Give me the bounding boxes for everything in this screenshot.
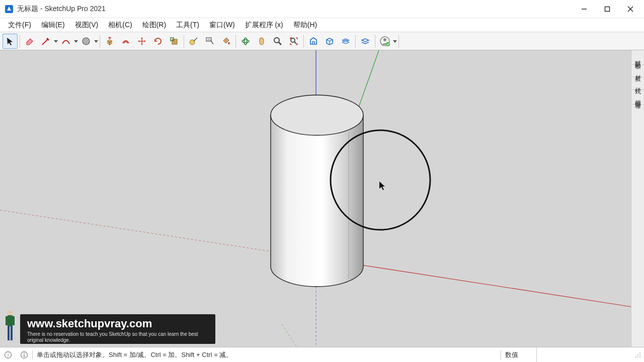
menu-camera[interactable]: 相机(C) [103, 19, 137, 32]
pan-tool[interactable] [254, 34, 269, 49]
arc-tool-dropdown-icon[interactable] [74, 36, 78, 46]
svg-point-45 [639, 352, 640, 353]
account-tool[interactable] [377, 34, 392, 49]
layers-tool[interactable] [338, 34, 353, 49]
workspace: www.sketchupvray.com There is no reserva… [0, 50, 644, 347]
svg-point-49 [637, 356, 638, 357]
warehouse-tool[interactable] [306, 34, 321, 49]
svg-line-25 [356, 50, 379, 114]
menu-help[interactable]: 帮助(H) [288, 19, 322, 32]
toolbar-separator [375, 35, 375, 48]
svg-line-19 [294, 42, 296, 44]
svg-point-5 [83, 38, 90, 45]
svg-rect-38 [6, 316, 8, 325]
tray-tab-model-manage[interactable]: 模型管理 [631, 90, 644, 105]
account-dropdown-icon[interactable] [393, 36, 397, 46]
watermark-figure-icon [3, 309, 17, 344]
scale-tool[interactable] [167, 34, 182, 49]
viewport[interactable]: www.sketchupvray.com There is no reserva… [0, 50, 631, 347]
toolbar-separator [100, 35, 100, 48]
pushpull-tool[interactable] [102, 34, 117, 49]
right-tray: 默认面板 材质 样式 模型管理 [631, 50, 644, 347]
resize-grip-icon[interactable] [634, 351, 642, 359]
svg-rect-36 [8, 326, 10, 340]
status-hint: 单击或拖动以选择对象。Shift = 加/减。Ctrl = 加。Shift + … [33, 347, 236, 362]
svg-point-18 [291, 38, 295, 42]
menu-view[interactable]: 视图(V) [70, 19, 104, 32]
window-title: 无标题 - SketchUp Pro 2021 [17, 5, 106, 14]
menu-bar: 文件(F) 编辑(E) 视图(V) 相机(C) 绘图(R) 工具(T) 窗口(W… [0, 18, 644, 32]
toolbar-separator [20, 35, 20, 48]
svg-point-13 [228, 42, 230, 44]
svg-line-26 [282, 324, 297, 347]
svg-rect-37 [11, 326, 13, 340]
svg-rect-44 [24, 354, 25, 357]
arc-tool[interactable] [58, 34, 73, 49]
menu-file[interactable]: 文件(F) [3, 19, 36, 32]
svg-point-21 [383, 38, 386, 41]
menu-edit[interactable]: 编辑(E) [36, 19, 70, 32]
title-bar: 无标题 - SketchUp Pro 2021 [0, 0, 644, 18]
toolbar-separator [355, 35, 356, 48]
close-button[interactable] [619, 0, 642, 18]
line-tool[interactable] [38, 34, 53, 49]
rotate-tool[interactable] [150, 34, 166, 49]
watermark-url: www.sketchupvray.com [27, 317, 208, 330]
share-tool[interactable] [358, 34, 373, 49]
svg-rect-35 [8, 315, 13, 326]
svg-text:?: ? [7, 352, 9, 357]
minimize-button[interactable] [573, 0, 596, 18]
extension-warehouse-tool[interactable] [322, 34, 337, 49]
scene-3d [0, 50, 631, 347]
svg-point-47 [639, 354, 640, 355]
svg-rect-8 [172, 39, 177, 44]
svg-point-43 [24, 353, 25, 354]
menu-tools[interactable]: 工具(T) [171, 19, 204, 32]
app-icon [4, 4, 14, 14]
svg-rect-39 [13, 316, 15, 325]
text-tool[interactable]: A1 [202, 34, 217, 49]
toolbar: A1 [0, 32, 644, 50]
zoom-tool[interactable] [270, 34, 285, 49]
shapes-tool[interactable] [78, 34, 94, 49]
status-info-icon[interactable] [16, 347, 32, 362]
orbit-tool[interactable] [238, 34, 253, 49]
svg-text:A1: A1 [207, 38, 211, 41]
svg-point-50 [639, 356, 640, 357]
svg-line-24 [0, 210, 271, 251]
maximize-button[interactable] [596, 0, 619, 18]
svg-point-46 [637, 354, 638, 355]
move-tool[interactable] [134, 34, 149, 49]
svg-point-15 [244, 38, 247, 45]
svg-line-17 [279, 42, 281, 45]
eraser-tool[interactable] [22, 34, 37, 49]
select-tool[interactable] [3, 34, 18, 49]
shapes-tool-dropdown-icon[interactable] [94, 36, 98, 46]
svg-rect-2 [605, 7, 610, 11]
svg-point-16 [274, 38, 279, 43]
tray-tab-materials[interactable]: 材质 [631, 65, 644, 77]
svg-point-48 [635, 356, 636, 357]
zoom-extents-tool[interactable] [286, 34, 301, 49]
paint-bucket-tool[interactable] [218, 34, 233, 49]
toolbar-separator [303, 35, 304, 48]
svg-point-34 [8, 310, 13, 315]
tape-measure-tool[interactable] [186, 34, 201, 49]
svg-point-14 [242, 40, 249, 43]
toolbar-separator [398, 35, 399, 48]
tray-tab-default-panel[interactable]: 默认面板 [631, 50, 644, 65]
tray-tab-styles[interactable]: 样式 [631, 77, 644, 90]
watermark-subtitle: There is no reservation to teach you Ske… [27, 330, 208, 343]
offset-tool[interactable] [118, 34, 133, 49]
menu-draw[interactable]: 绘图(R) [137, 19, 171, 32]
measurement-input[interactable] [536, 347, 632, 362]
menu-extensions[interactable]: 扩展程序 (x) [240, 19, 288, 32]
toolbar-separator [235, 35, 236, 48]
line-tool-dropdown-icon[interactable] [54, 36, 58, 46]
status-bar: ? 单击或拖动以选择对象。Shift = 加/减。Ctrl = 加。Shift … [0, 347, 644, 362]
status-help-icon[interactable]: ? [0, 347, 16, 362]
status-value-label: 数值 [501, 347, 536, 362]
watermark: www.sketchupvray.com There is no reserva… [3, 309, 215, 344]
menu-window[interactable]: 窗口(W) [204, 19, 240, 32]
svg-line-23 [355, 264, 631, 307]
